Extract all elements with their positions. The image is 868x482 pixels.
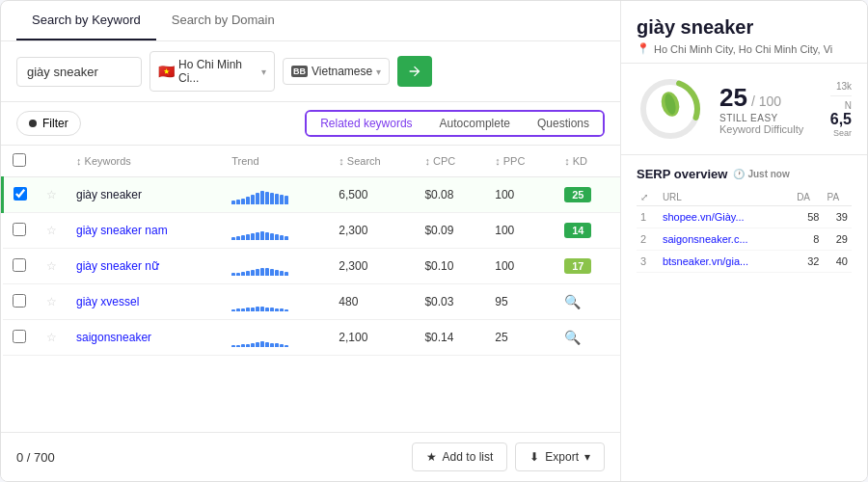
serp-pa: 39 <box>823 206 852 228</box>
trend-bar <box>260 191 264 204</box>
trend-bar <box>265 232 269 240</box>
trend-bar <box>265 192 269 204</box>
search-icon: 🔍 <box>564 294 581 309</box>
tab-search-by-domain[interactable]: Search by Domain <box>156 1 290 40</box>
keyword-name[interactable]: giày xvessel <box>76 295 139 308</box>
trend-bar <box>241 199 245 204</box>
trend-bar <box>270 269 274 276</box>
search-icon: 🔍 <box>564 330 581 345</box>
keyword-name[interactable]: giày sneaker nữ <box>76 259 159 273</box>
trend-bar <box>231 345 235 347</box>
location-pin-icon: 📍 <box>637 42 650 55</box>
table-row: ☆saigonsneaker2,100$0.1425🔍 <box>3 320 621 356</box>
star-icon[interactable]: ☆ <box>46 259 57 273</box>
arrow-right-icon <box>407 64 422 79</box>
location-select[interactable]: 🇻🇳 Ho Chi Minh Ci... ▾ <box>149 51 275 92</box>
col-cpc: ↕ CPC <box>415 146 485 177</box>
trend-bar <box>256 193 259 204</box>
right-location: 📍 Ho Chi Minh City, Ho Chi Minh City, Vi <box>637 42 852 55</box>
tab-search-by-keyword[interactable]: Search by Keyword <box>16 1 156 40</box>
serp-time-text: Just now <box>747 169 789 179</box>
select-all-checkbox[interactable] <box>13 153 26 167</box>
trend-bar <box>280 235 284 240</box>
row-checkbox[interactable] <box>14 187 27 201</box>
kd-max: / 100 <box>751 94 781 109</box>
search-volume: 2,300 <box>329 213 415 249</box>
filter-button[interactable]: Filter <box>16 111 81 136</box>
trend-bar <box>236 273 240 276</box>
trend-bar <box>246 308 250 311</box>
keyword-name[interactable]: giày sneaker <box>76 188 142 201</box>
table-row: ☆giày sneaker nam2,300$0.0910014 <box>3 213 621 249</box>
serp-url[interactable]: saigonsneaker.c... <box>659 228 793 251</box>
trend-chart <box>231 185 319 204</box>
serp-title-text: SERP overview <box>637 167 727 181</box>
cpc-value: $0.09 <box>415 213 485 249</box>
cpc-value: $0.08 <box>415 177 485 213</box>
star-icon[interactable]: ☆ <box>46 188 57 201</box>
download-icon: ⬇ <box>529 450 539 464</box>
trend-bar <box>275 234 279 240</box>
filter-label: Filter <box>42 117 68 130</box>
serp-col-da: DA <box>793 189 823 206</box>
serp-title: SERP overview 🕐 Just now <box>637 167 852 181</box>
kd-badge: 14 <box>564 223 591 238</box>
trend-bar <box>256 269 259 276</box>
table-area: ↕ Keywords Trend ↕ Search ↕ CPC ↕ PPC ↕ … <box>1 146 620 432</box>
trend-bar <box>275 270 279 276</box>
tab-autocomplete[interactable]: Autocomplete <box>426 112 524 135</box>
tab-questions[interactable]: Questions <box>524 112 603 135</box>
trend-bar <box>251 233 255 240</box>
serp-time: 🕐 Just now <box>733 169 789 179</box>
ppc-value: 100 <box>485 177 555 213</box>
trend-bar <box>231 201 235 204</box>
keyword-tabs: Related keywords Autocomplete Questions <box>305 110 605 137</box>
star-icon[interactable]: ☆ <box>46 331 57 344</box>
row-checkbox[interactable] <box>13 294 26 308</box>
clock-icon: 🕐 <box>733 169 745 179</box>
tab-bar: Search by Keyword Search by Domain <box>1 1 620 41</box>
kd-gauge <box>637 75 704 143</box>
trend-bar <box>260 307 264 311</box>
export-chevron-icon: ▾ <box>584 450 590 464</box>
kd-badge: 17 <box>564 258 591 274</box>
cpc-value: $0.10 <box>415 249 485 284</box>
serp-url[interactable]: shopee.vn/Giày... <box>659 206 793 228</box>
serp-url[interactable]: btsneaker.vn/gia... <box>659 251 793 273</box>
star-icon[interactable]: ☆ <box>46 224 57 237</box>
serp-pa: 40 <box>823 251 852 273</box>
trend-bar <box>265 308 269 311</box>
kd-sub-label: Keyword Difficulty <box>719 123 803 135</box>
trend-chart <box>231 292 319 311</box>
star-icon: ★ <box>426 450 437 464</box>
keyword-name[interactable]: giày sneaker nam <box>76 224 168 237</box>
trend-bar <box>275 343 279 347</box>
add-to-list-button[interactable]: ★ Add to list <box>412 442 508 471</box>
serp-table: ⤢ URL DA PA 1 shopee.vn/Giày... 58 39 2 … <box>637 189 852 273</box>
star-icon[interactable]: ☆ <box>46 295 57 308</box>
trend-bar <box>246 271 250 276</box>
ppc-value: 100 <box>485 213 555 249</box>
keyword-name[interactable]: saigonsneaker <box>76 331 151 344</box>
trend-bar <box>246 234 250 240</box>
serp-section: SERP overview 🕐 Just now ⤢ URL DA PA <box>621 155 867 284</box>
language-chevron-icon: ▾ <box>376 67 381 77</box>
table-row: ☆giày xvessel480$0.0395🔍 <box>3 284 621 320</box>
ppc-value: 25 <box>485 320 555 356</box>
row-checkbox[interactable] <box>13 258 26 272</box>
trend-bar <box>251 343 255 347</box>
filter-dot-icon <box>29 120 37 127</box>
right-panel: giày sneaker 📍 Ho Chi Minh City, Ho Chi … <box>621 1 867 481</box>
serp-rank: 3 <box>637 251 659 273</box>
row-checkbox[interactable] <box>13 330 26 343</box>
trend-bar <box>265 342 269 347</box>
language-select[interactable]: BB Vietnamese ▾ <box>283 58 390 85</box>
tab-related-keywords[interactable]: Related keywords <box>307 112 425 135</box>
search-button[interactable] <box>397 56 432 87</box>
row-checkbox[interactable] <box>13 223 26 236</box>
export-button[interactable]: ⬇ Export ▾ <box>515 442 605 471</box>
trend-bar <box>251 270 255 276</box>
keyword-input[interactable] <box>16 57 142 87</box>
right-header: giày sneaker 📍 Ho Chi Minh City, Ho Chi … <box>621 1 867 64</box>
kd-info: 25 / 100 STILL EASY Keyword Difficulty <box>719 83 803 135</box>
